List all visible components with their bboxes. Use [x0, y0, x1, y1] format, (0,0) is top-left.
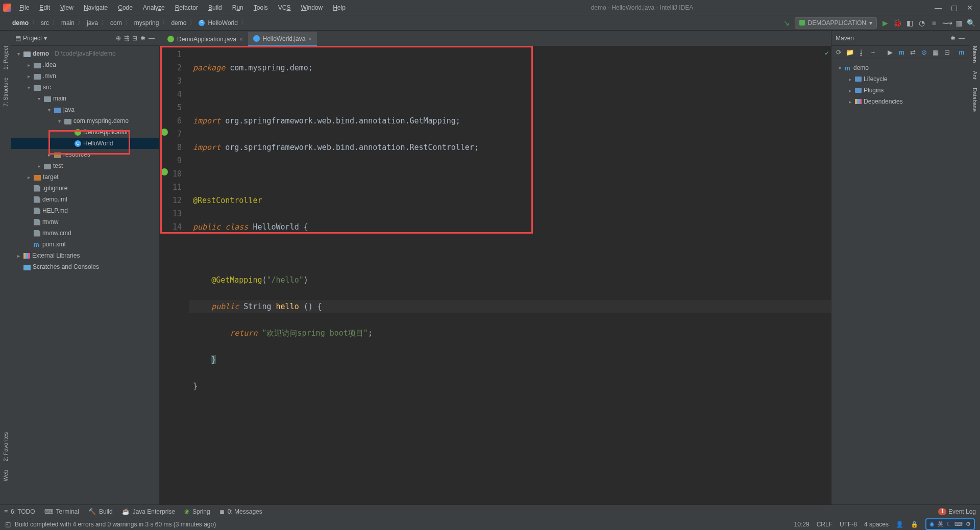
tree-resources[interactable]: resources [11, 149, 159, 160]
tool-todo[interactable]: ≡6: TODO [4, 508, 35, 515]
ime-indicator[interactable]: ◉英☾⌨⚙ [925, 518, 975, 530]
menu-run[interactable]: Run [228, 2, 248, 13]
tool-build[interactable]: 🔨Build [88, 508, 113, 515]
tree-idea[interactable]: .idea [11, 59, 159, 70]
minimize-button[interactable]: — [935, 4, 942, 12]
run-config-selector[interactable]: DEMOAPPLICATION ▾ [795, 17, 877, 29]
collapse-all-icon[interactable]: ⊟ [943, 48, 951, 56]
code-body[interactable]: package com.myspring.demo; import org.sp… [189, 46, 831, 504]
tool-java-enterprise[interactable]: ☕Java Enterprise [122, 508, 175, 515]
menu-file[interactable]: File [15, 2, 33, 13]
coverage-button[interactable]: ◧ [905, 19, 914, 27]
collapse-all-icon[interactable]: ⊟ [132, 35, 137, 42]
run-maven-icon[interactable]: ▶ [886, 48, 894, 56]
menu-refactor[interactable]: Refactor [171, 2, 202, 13]
tree-demo-iml[interactable]: demo.iml [11, 194, 159, 205]
tree-pom-xml[interactable]: mpom.xml [11, 239, 159, 250]
tool-structure[interactable]: 7: Structure [3, 78, 9, 107]
tree-package[interactable]: com.myspring.demo [11, 115, 159, 127]
run-button[interactable]: ▶ [881, 19, 889, 27]
maven-m-icon[interactable]: m [897, 49, 905, 56]
crumb-myspring[interactable]: myspring [134, 19, 159, 27]
inspection-icon[interactable]: 👤 [896, 521, 903, 528]
crumb-java[interactable]: java [87, 19, 98, 27]
tab-hello-world[interactable]: HelloWorld.java× [248, 32, 317, 46]
maven-m-icon[interactable]: m [958, 49, 966, 56]
maven-root[interactable]: mdemo [831, 62, 969, 73]
download-sources-icon[interactable]: ⭳ [857, 48, 866, 56]
tree-java[interactable]: java [11, 104, 159, 115]
add-maven-icon[interactable]: ＋ [869, 48, 877, 57]
tool-favorites[interactable]: 2: Favorites [3, 432, 9, 461]
lock-icon[interactable]: 🔒 [911, 521, 918, 528]
crumb-class[interactable]: HelloWorld [208, 19, 237, 27]
tree-hello-world[interactable]: CHelloWorld [11, 138, 159, 149]
tool-ant[interactable]: Ant [972, 71, 978, 80]
maven-settings-icon[interactable]: ✱ [950, 35, 955, 42]
chevron-down-icon[interactable]: ▾ [44, 35, 47, 42]
tool-database[interactable]: Database [972, 88, 978, 112]
menu-tools[interactable]: Tools [250, 2, 272, 13]
tree-help-md[interactable]: HELP.md [11, 205, 159, 216]
settings-icon[interactable]: ✱ [140, 35, 145, 42]
tool-messages[interactable]: ≣0: Messages [219, 508, 262, 515]
crumb-main[interactable]: main [61, 19, 75, 27]
profile-button[interactable]: ◔ [918, 19, 926, 27]
line-separator[interactable]: CRLF [817, 521, 832, 528]
tree-main[interactable]: main [11, 93, 159, 104]
build-icon[interactable]: ↘ [782, 19, 791, 27]
project-structure-button[interactable]: ▥ [954, 19, 963, 27]
tab-demo-application[interactable]: DemoApplication.java× [162, 32, 248, 46]
spring-bean-icon[interactable] [161, 129, 168, 136]
expand-all-icon[interactable]: ⇶ [124, 35, 129, 42]
menu-help[interactable]: Help [329, 2, 350, 13]
caret-position[interactable]: 10:29 [794, 521, 810, 528]
tree-external-libs[interactable]: External Libraries [11, 250, 159, 261]
crumb-demo[interactable]: demo [12, 19, 29, 27]
menu-window[interactable]: Window [297, 2, 327, 13]
crumb-demo2[interactable]: demo [171, 19, 186, 27]
tree-test[interactable]: test [11, 160, 159, 171]
close-tab-icon[interactable]: × [239, 36, 242, 42]
tree-root[interactable]: demo D:\code\javaFile\demo [11, 48, 159, 59]
tree-mvnw[interactable]: mvnw [11, 216, 159, 228]
code-editor[interactable]: 1 2 3 4 5 6 7 8 9 10 11 12 13 14 package… [159, 46, 831, 504]
tool-spring[interactable]: ❀Spring [184, 508, 210, 515]
generate-sources-icon[interactable]: 📁 [846, 48, 854, 56]
tree-src[interactable]: src [11, 82, 159, 93]
tree-mvnw-cmd[interactable]: mvnw.cmd [11, 228, 159, 239]
tool-windows-icon[interactable]: ◰ [5, 521, 11, 528]
file-encoding[interactable]: UTF-8 [840, 521, 857, 528]
crumb-src[interactable]: src [41, 19, 49, 27]
hide-panel-icon[interactable]: — [959, 35, 965, 42]
menu-view[interactable]: View [56, 2, 78, 13]
analysis-ok-icon[interactable]: ✔ [825, 49, 829, 57]
tree-mvn[interactable]: .mvn [11, 70, 159, 82]
update-button[interactable]: ⟿ [942, 19, 950, 27]
indent-settings[interactable]: 4 spaces [864, 521, 889, 528]
menu-build[interactable]: Build [204, 2, 226, 13]
reload-icon[interactable]: ⟳ [835, 48, 843, 56]
maximize-button[interactable]: ▢ [951, 4, 958, 12]
spring-mapping-icon[interactable] [161, 168, 168, 175]
maven-dependencies[interactable]: Dependencies [831, 96, 969, 107]
menu-code[interactable]: Code [114, 2, 137, 13]
debug-button[interactable]: 🐞 [893, 19, 901, 27]
select-opened-file-icon[interactable]: ⊕ [116, 35, 121, 42]
tree-gitignore[interactable]: .gitignore [11, 183, 159, 194]
toggle-skip-tests-icon[interactable]: ⊘ [920, 48, 928, 56]
tool-web[interactable]: Web [3, 470, 9, 481]
tree-scratches[interactable]: Scratches and Consoles [11, 261, 159, 272]
menu-edit[interactable]: Edit [35, 2, 54, 13]
crumb-com[interactable]: com [110, 19, 122, 27]
tree-demo-application[interactable]: DemoApplication [11, 127, 159, 138]
close-tab-icon[interactable]: × [308, 36, 311, 42]
toggle-offline-icon[interactable]: ⇄ [909, 48, 917, 56]
menu-navigate[interactable]: Navigate [80, 2, 112, 13]
tool-terminal[interactable]: ⌨Terminal [44, 508, 79, 515]
close-button[interactable]: ✕ [967, 4, 973, 12]
maven-lifecycle[interactable]: Lifecycle [831, 73, 969, 85]
tool-project[interactable]: 1: Project [3, 46, 9, 69]
show-deps-icon[interactable]: ▦ [932, 48, 940, 56]
stop-button[interactable]: ■ [930, 19, 938, 27]
